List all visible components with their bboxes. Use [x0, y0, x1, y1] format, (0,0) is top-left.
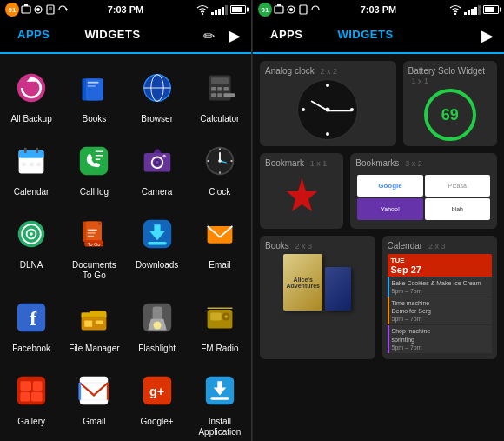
app-item-camera[interactable]: Camera	[126, 131, 189, 204]
svg-rect-21	[211, 87, 216, 91]
svg-rect-84	[21, 392, 30, 402]
app-item-google-plus[interactable]: g+Google+	[126, 361, 189, 441]
books-widget[interactable]: Books 2 x 3 Alice's Adventures	[260, 236, 375, 359]
analog-clock-label: Analog clock	[265, 66, 315, 76]
screenshot-icon	[21, 4, 31, 15]
app-icon-clock	[199, 140, 241, 182]
svg-point-43	[162, 155, 166, 158]
app-item-calendar[interactable]: Calendar	[0, 131, 63, 204]
bookmarks-size: 3 x 2	[405, 159, 422, 168]
app-icon-email	[199, 213, 241, 255]
bookmarks-grid: Google Picasa Yahoo! blah	[357, 175, 490, 220]
books-label: Books	[265, 241, 289, 251]
svg-rect-29	[19, 155, 44, 158]
app-label-gmail: Gmail	[83, 417, 105, 427]
left-time: 7:03 PM	[108, 4, 144, 15]
battery-value: 69	[441, 106, 459, 124]
pencil-icon[interactable]: ✏	[200, 21, 218, 51]
tab-widgets-right[interactable]: WIDGETS	[320, 19, 410, 54]
bookmarks-widget[interactable]: Bookmarks 3 x 2 Google Picasa	[350, 153, 497, 229]
app-item-calculator[interactable]: Calculator	[189, 58, 251, 131]
right-status-right	[449, 4, 499, 15]
books-covers: Alice's Adventures	[283, 254, 351, 311]
analog-clock-widget[interactable]: Analog clock 2 x 2	[260, 61, 396, 146]
calendar-event-2[interactable]: Time machineDemo for Serg5pm – 7pm	[388, 297, 493, 324]
bookmark-size: 1 x 1	[310, 159, 328, 168]
left-status-icons: 91	[5, 3, 68, 17]
app-item-all-backup[interactable]: All Backup	[0, 58, 63, 131]
app-item-downloads[interactable]: Downloads	[126, 204, 189, 288]
app-item-documents[interactable]: To GoDocuments To Go	[63, 204, 125, 288]
signal-bars-left	[211, 4, 228, 15]
calendar-widget[interactable]: Calendar 2 x 3 TUE Sep 27 Bake Cookies &…	[382, 236, 498, 359]
widget-row-2: Bookmark 1 x 1 Bookmarks 3 x 2	[260, 153, 497, 229]
app-icon-fm-radio	[199, 297, 241, 338]
svg-rect-35	[80, 147, 108, 175]
analog-clock-face	[265, 79, 391, 140]
tab-apps-left[interactable]: APPS	[0, 19, 67, 54]
svg-rect-13	[88, 82, 99, 84]
wifi-icon-right	[449, 4, 461, 15]
svg-rect-14	[88, 85, 96, 86]
svg-rect-59	[88, 232, 96, 233]
svg-rect-83	[33, 381, 43, 391]
battery-widget-content: 69	[408, 89, 492, 141]
app-icon-camera	[136, 140, 178, 182]
calendar-event-3[interactable]: Shop machinesprinting5pm – 7pm	[388, 325, 493, 352]
app-label-downloads: Downloads	[136, 260, 178, 271]
app-item-browser[interactable]: Browser	[126, 58, 189, 131]
app-label-email: Email	[209, 260, 230, 271]
bookmark-google[interactable]: Google	[357, 175, 422, 197]
svg-rect-23	[223, 87, 228, 91]
app-item-email[interactable]: Email	[189, 204, 251, 288]
app-icon-call-log	[73, 140, 115, 182]
svg-rect-33	[30, 163, 34, 167]
tab-widgets-left[interactable]: WIDGETS	[67, 19, 157, 52]
app-item-file-manager[interactable]: File Manager	[63, 288, 125, 361]
calendar-event-1[interactable]: Bake Cookies & Make Ice Cream5pm – 7pm	[388, 277, 493, 297]
svg-point-98	[289, 8, 293, 11]
battery-widget[interactable]: Battery Solo Widget 1 x 1 69	[403, 61, 497, 146]
svg-text:g+: g+	[149, 384, 164, 398]
svg-rect-20	[211, 77, 229, 84]
app-item-books[interactable]: Books	[63, 58, 125, 131]
svg-point-8	[202, 13, 203, 15]
app-icon-gmail	[73, 370, 115, 411]
svg-rect-24	[211, 93, 216, 97]
app-item-call-log[interactable]: Call log	[63, 131, 125, 204]
play-store-icon-r[interactable]: ▶	[478, 19, 497, 52]
right-panel: 91 7:03 PM	[252, 0, 504, 441]
bookmark-picasa[interactable]: Picasa	[425, 175, 490, 197]
app-label-call-log: Call log	[80, 187, 109, 197]
svg-rect-30	[24, 148, 27, 153]
svg-rect-71	[96, 321, 103, 324]
bookmark-other[interactable]: blah	[425, 198, 490, 220]
svg-rect-0	[22, 6, 30, 13]
play-store-icon[interactable]: ▶	[225, 19, 244, 52]
tab-apps-right[interactable]: APPS	[253, 19, 320, 52]
left-tab-icons: ✏ ▶	[200, 19, 251, 52]
analog-clock-size: 2 x 2	[320, 67, 337, 76]
app-label-documents: Documents To Go	[67, 260, 121, 281]
app-icon-downloads	[136, 213, 178, 255]
sd-icon	[45, 4, 56, 15]
app-label-install: Install Application	[193, 417, 247, 438]
battery-circle: 69	[424, 89, 476, 141]
left-tab-bar: APPS WIDGETS ✏ ▶	[0, 19, 251, 54]
books-content: Alice's Adventures	[265, 254, 370, 311]
app-item-facebook[interactable]: fFacebook	[0, 288, 63, 361]
app-label-calculator: Calculator	[200, 114, 239, 124]
app-icon-file-manager	[73, 297, 115, 338]
photo-icon-r	[286, 4, 296, 15]
app-item-clock[interactable]: Clock	[189, 131, 251, 204]
app-item-flashlight[interactable]: Flashlight	[126, 288, 189, 361]
svg-point-55	[30, 232, 33, 236]
app-item-fm-radio[interactable]: FM Radio	[189, 288, 251, 361]
bookmark-yahoo[interactable]: Yahoo!	[357, 198, 422, 220]
app-item-install[interactable]: Install Application	[189, 361, 251, 441]
app-item-gallery[interactable]: Gallery	[0, 361, 63, 441]
bookmark-widget[interactable]: Bookmark 1 x 1	[260, 153, 343, 229]
app-item-dlna[interactable]: DLNA	[0, 204, 63, 288]
svg-text:f: f	[30, 307, 37, 330]
app-item-gmail[interactable]: Gmail	[63, 361, 125, 441]
